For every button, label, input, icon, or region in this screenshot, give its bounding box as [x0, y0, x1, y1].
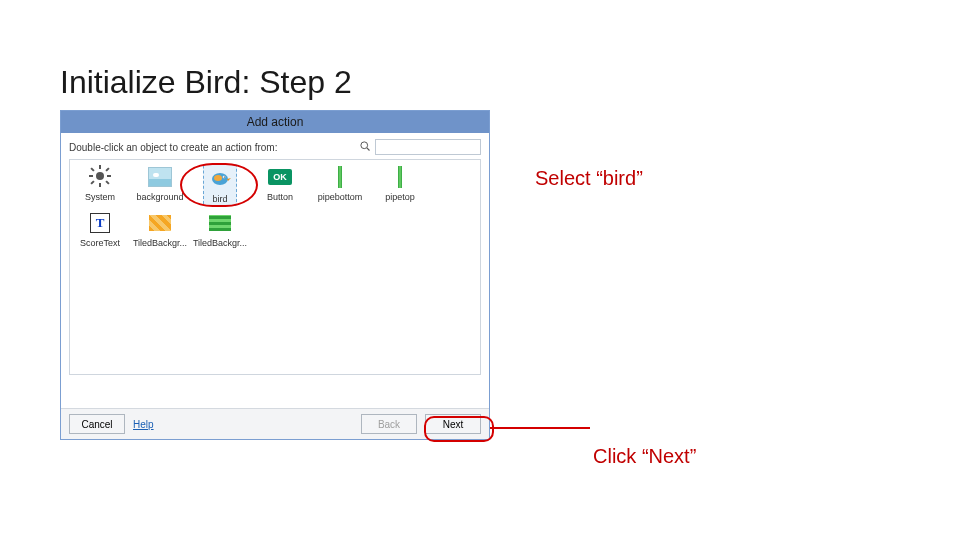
annotation-click-next: Click “Next”: [593, 444, 696, 468]
svg-rect-7: [90, 167, 94, 171]
svg-line-1: [367, 148, 370, 151]
dialog-footer: Cancel Help Back Next: [61, 408, 489, 439]
object-tiledbg-2[interactable]: TiledBackgr...: [190, 210, 250, 248]
svg-rect-10: [105, 167, 109, 171]
object-system[interactable]: System: [70, 164, 130, 206]
object-grid: System background bird OK B: [70, 164, 480, 248]
back-button[interactable]: Back: [361, 414, 417, 434]
slide-title: Initialize Bird: Step 2: [60, 64, 352, 101]
object-label: background: [136, 192, 183, 202]
connector-line: [490, 427, 590, 429]
object-label: bird: [212, 194, 227, 204]
pipe-icon: [398, 166, 402, 188]
object-picker: System background bird OK B: [69, 159, 481, 375]
search-input[interactable]: [375, 139, 481, 155]
tile-icon: [209, 215, 231, 231]
svg-point-12: [214, 175, 222, 181]
object-label: System: [85, 192, 115, 202]
text-icon: T: [90, 213, 110, 233]
svg-rect-9: [90, 180, 94, 184]
cancel-button[interactable]: Cancel: [69, 414, 125, 434]
dialog-titlebar: Add action: [61, 111, 489, 133]
next-button[interactable]: Next: [425, 414, 481, 434]
dialog-title: Add action: [247, 115, 304, 129]
annotation-select-bird: Select “bird”: [535, 166, 643, 190]
object-label: ScoreText: [80, 238, 120, 248]
svg-rect-8: [105, 180, 109, 184]
help-link[interactable]: Help: [133, 419, 154, 430]
object-label: pipebottom: [318, 192, 363, 202]
object-label: TiledBackgr...: [133, 238, 187, 248]
object-background[interactable]: background: [130, 164, 190, 206]
object-label: pipetop: [385, 192, 415, 202]
sky-icon: [148, 167, 172, 187]
bird-icon: [208, 169, 232, 189]
add-action-dialog: Add action Double-click an object to cre…: [60, 110, 490, 440]
instruction-row: Double-click an object to create an acti…: [61, 133, 489, 157]
object-label: Button: [267, 192, 293, 202]
svg-point-14: [224, 176, 225, 177]
object-button[interactable]: OK Button: [250, 164, 310, 206]
pipe-icon: [338, 166, 342, 188]
object-pipebottom[interactable]: pipebottom: [310, 164, 370, 206]
object-tiledbg-1[interactable]: TiledBackgr...: [130, 210, 190, 248]
search-icon: [359, 140, 371, 154]
gear-icon: [88, 164, 112, 190]
svg-point-0: [361, 142, 368, 149]
object-label: TiledBackgr...: [193, 238, 247, 248]
svg-point-2: [96, 172, 104, 180]
object-scoretext[interactable]: T ScoreText: [70, 210, 130, 248]
svg-rect-4: [99, 183, 101, 187]
ok-button-icon: OK: [268, 169, 292, 185]
dialog-body: Double-click an object to create an acti…: [61, 133, 489, 409]
object-bird[interactable]: bird: [190, 164, 250, 206]
instruction-text: Double-click an object to create an acti…: [69, 142, 359, 153]
svg-rect-5: [89, 175, 93, 177]
svg-rect-3: [99, 165, 101, 169]
search-wrap: [359, 139, 481, 155]
svg-rect-6: [107, 175, 111, 177]
object-pipetop[interactable]: pipetop: [370, 164, 430, 206]
tile-icon: [149, 215, 171, 231]
